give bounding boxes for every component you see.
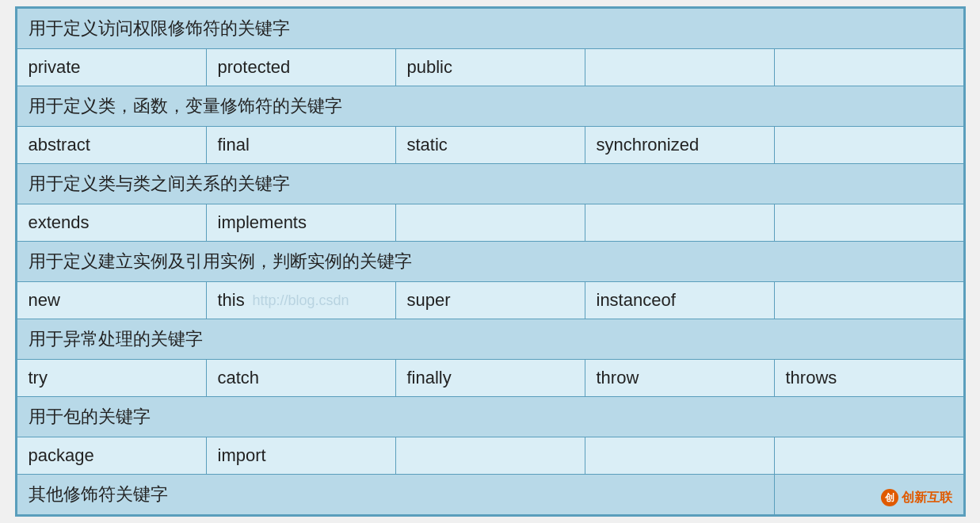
main-table-container: 用于定义访问权限修饰符的关键字 private protected public… (15, 6, 966, 517)
site-logo: 创 创新互联 (881, 489, 952, 506)
keyword-empty-5 (585, 204, 774, 242)
keyword-instanceof: instanceof (585, 282, 774, 319)
table-row: private protected public (17, 49, 963, 86)
logo-cell: 创 创新互联 (774, 475, 963, 515)
keyword-private: private (17, 49, 206, 86)
keyword-empty-9 (585, 437, 774, 475)
section-header-exception: 用于异常处理的关键字 (17, 319, 963, 360)
keyword-finally: finally (395, 360, 585, 397)
logo-icon: 创 (881, 489, 898, 506)
section-header-row: 用于定义类，函数，变量修饰符的关键字 (17, 86, 963, 127)
keyword-static: static (395, 127, 585, 164)
keyword-protected: protected (206, 49, 395, 86)
section-header-row: 用于异常处理的关键字 (17, 319, 963, 360)
keywords-table: 用于定义访问权限修饰符的关键字 private protected public… (17, 8, 964, 515)
keyword-empty-2 (774, 49, 963, 86)
table-row: new this http://blog.csdn super instance… (17, 282, 963, 319)
section-header-access: 用于定义访问权限修饰符的关键字 (17, 9, 963, 49)
keyword-empty-4 (395, 204, 585, 242)
table-row: try catch finally throw throws (17, 360, 963, 397)
table-row: abstract final static synchronized (17, 127, 963, 164)
section-header-class-relation: 用于定义类与类之间关系的关键字 (17, 164, 963, 204)
keyword-empty-8 (395, 437, 585, 475)
keyword-empty-7 (774, 282, 963, 319)
keyword-implements: implements (206, 204, 395, 242)
keyword-throw: throw (585, 360, 774, 397)
keyword-abstract: abstract (17, 127, 206, 164)
section-header-other: 其他修饰符关键字 (17, 475, 774, 515)
keyword-this-cell: this http://blog.csdn (206, 282, 395, 319)
keyword-final: final (206, 127, 395, 164)
keyword-try: try (17, 360, 206, 397)
keyword-super: super (395, 282, 585, 319)
keyword-synchronized: synchronized (585, 127, 774, 164)
section-header-instance: 用于定义建立实例及引用实例，判断实例的关键字 (17, 242, 963, 282)
table-row: extends implements (17, 204, 963, 242)
section-header-row: 用于包的关键字 (17, 397, 963, 437)
section-header-row: 用于定义建立实例及引用实例，判断实例的关键字 (17, 242, 963, 282)
keyword-new: new (17, 282, 206, 319)
table-row: package import (17, 437, 963, 475)
watermark-text: http://blog.csdn (252, 292, 349, 309)
keyword-public: public (395, 49, 585, 86)
section-header-package: 用于包的关键字 (17, 397, 963, 437)
section-header-row: 用于定义访问权限修饰符的关键字 (17, 9, 963, 49)
keyword-extends: extends (17, 204, 206, 242)
keyword-empty-10 (774, 437, 963, 475)
keyword-empty-3 (774, 127, 963, 164)
keyword-catch: catch (206, 360, 395, 397)
keyword-throws: throws (774, 360, 963, 397)
keyword-empty-1 (585, 49, 774, 86)
section-header-row: 其他修饰符关键字 创 创新互联 (17, 475, 963, 515)
keyword-empty-6 (774, 204, 963, 242)
keyword-this: this (218, 290, 245, 310)
keyword-import: import (206, 437, 395, 475)
logo-text: 创新互联 (902, 490, 952, 506)
section-header-row: 用于定义类与类之间关系的关键字 (17, 164, 963, 204)
keyword-package: package (17, 437, 206, 475)
section-header-class-modifier: 用于定义类，函数，变量修饰符的关键字 (17, 86, 963, 127)
